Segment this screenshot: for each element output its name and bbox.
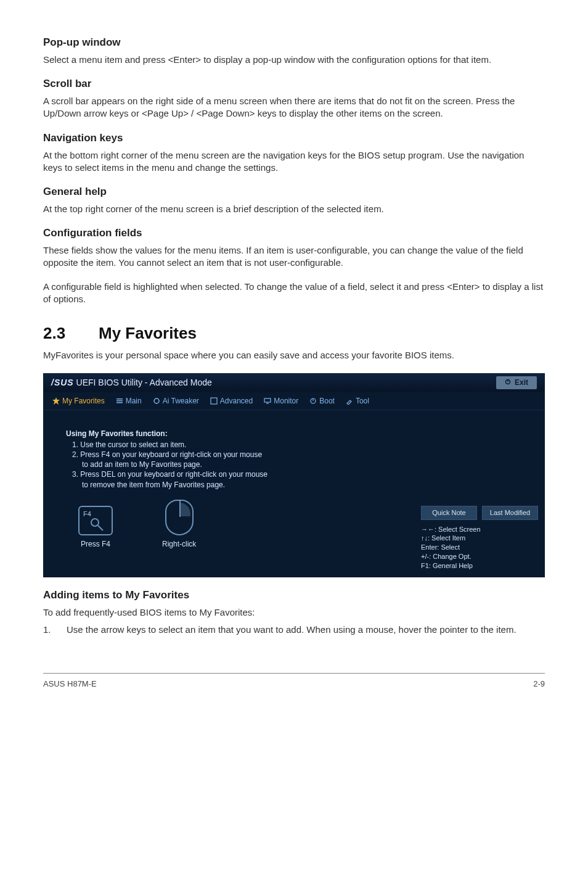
svg-rect-5 bbox=[116, 402, 123, 403]
text-navkeys: At the bottom right corner of the menu s… bbox=[43, 149, 545, 175]
bios-left-panel: Using My Favorites function: 1. Use the … bbox=[44, 410, 415, 577]
svg-rect-3 bbox=[116, 398, 123, 400]
tab-label: Advanced bbox=[220, 396, 253, 406]
tab-label: Ai Tweaker bbox=[163, 396, 199, 406]
help-item-3-line2: to remove the item from My Favorites pag… bbox=[82, 480, 402, 490]
nav-key-line: F1: General Help bbox=[421, 561, 538, 571]
text-configfields-1: These fields show the values for the men… bbox=[43, 244, 545, 270]
svg-marker-2 bbox=[52, 397, 60, 405]
help-item-2-line2: to add an item to My Favorites page. bbox=[82, 460, 402, 469]
svg-rect-8 bbox=[264, 398, 271, 402]
bios-body: Using My Favorites function: 1. Use the … bbox=[44, 410, 544, 577]
svg-point-12 bbox=[91, 519, 99, 526]
section-number: 2.3 bbox=[43, 323, 99, 344]
nav-keys-block: →←: Select Screen ↑↓: Select Item Enter:… bbox=[421, 525, 538, 571]
svg-line-13 bbox=[98, 526, 103, 530]
press-f4-label: Press F4 bbox=[78, 539, 113, 549]
nav-key-line: Enter: Select bbox=[421, 543, 538, 552]
help-list: 1. Use the cursor to select an item. 2. … bbox=[72, 440, 402, 490]
exit-button[interactable]: Exit bbox=[496, 376, 537, 389]
tweaker-icon bbox=[153, 397, 160, 405]
help-item-2: 2. Press F4 on your keyboard or right-cl… bbox=[72, 450, 402, 469]
mouse-right-button-highlight bbox=[179, 503, 190, 516]
heading-generalhelp: General help bbox=[43, 185, 545, 199]
tab-label: My Favorites bbox=[62, 396, 105, 406]
tab-label: Main bbox=[126, 396, 142, 406]
help-item-3-line1: 3. Press DEL on your keyboard or right-c… bbox=[72, 470, 267, 479]
heading-adding: Adding items to My Favorites bbox=[43, 588, 545, 603]
tab-label: Monitor bbox=[274, 396, 298, 406]
help-item-1: 1. Use the cursor to select an item. bbox=[72, 440, 402, 450]
quick-note-button[interactable]: Quick Note bbox=[421, 506, 477, 520]
exit-label: Exit bbox=[515, 377, 528, 387]
bios-title-text: UEFI BIOS Utility - Advanced Mode bbox=[76, 377, 212, 387]
tab-my-favorites[interactable]: My Favorites bbox=[52, 396, 105, 406]
nav-key-line: ↑↓: Select Item bbox=[421, 534, 538, 543]
bios-right-panel: Quick Note Last Modified →←: Select Scre… bbox=[415, 410, 544, 577]
tab-label: Boot bbox=[319, 396, 335, 406]
page-footer: ASUS H87M-E 2-9 bbox=[43, 673, 545, 690]
advanced-icon bbox=[210, 397, 218, 405]
f4-key-column: F4 Press F4 bbox=[78, 506, 113, 549]
tab-boot[interactable]: Boot bbox=[309, 396, 335, 406]
help-item-2-line1: 2. Press F4 on your keyboard or right-cl… bbox=[72, 450, 262, 459]
svg-point-6 bbox=[154, 398, 159, 403]
magnifier-icon bbox=[89, 517, 102, 529]
heading-scrollbar: Scroll bar bbox=[43, 77, 545, 91]
bios-title-left: /SUS UEFI BIOS Utility - Advanced Mode bbox=[51, 377, 212, 389]
section-title-myfavorites: 2.3My Favorites bbox=[43, 323, 545, 344]
section-name: My Favorites bbox=[99, 324, 197, 342]
bios-titlebar: /SUS UEFI BIOS Utility - Advanced Mode E… bbox=[44, 374, 544, 392]
list-icon bbox=[116, 397, 123, 405]
text-adding-intro: To add frequently-used BIOS items to My … bbox=[43, 606, 545, 619]
last-modified-button[interactable]: Last Modified bbox=[482, 506, 538, 520]
text-scrollbar: A scroll bar appears on the right side o… bbox=[43, 95, 545, 120]
tab-label: Tool bbox=[356, 396, 369, 406]
quicknote-row: Quick Note Last Modified bbox=[421, 506, 538, 520]
f4-key-icon: F4 bbox=[78, 506, 113, 535]
right-click-label: Right-click bbox=[162, 539, 196, 549]
mouse-column: Right-click bbox=[162, 500, 196, 549]
star-icon bbox=[52, 397, 60, 405]
mouse-icon bbox=[165, 500, 194, 535]
steps-list: 1. Use the arrow keys to select an item … bbox=[43, 624, 545, 636]
bios-tabs: My Favorites Main Ai Tweaker Advanced Mo… bbox=[44, 392, 544, 410]
tab-ai-tweaker[interactable]: Ai Tweaker bbox=[153, 396, 199, 406]
tab-monitor[interactable]: Monitor bbox=[264, 396, 298, 406]
tab-main[interactable]: Main bbox=[116, 396, 142, 406]
heading-navkeys: Navigation keys bbox=[43, 131, 545, 146]
power-icon bbox=[505, 377, 511, 387]
nav-key-line: +/-: Change Opt. bbox=[421, 552, 538, 561]
text-configfields-2: A configurable field is highlighted when… bbox=[43, 281, 545, 306]
help-item-3: 3. Press DEL on your keyboard or right-c… bbox=[72, 469, 402, 489]
bios-screenshot: /SUS UEFI BIOS Utility - Advanced Mode E… bbox=[43, 373, 545, 577]
tool-icon bbox=[346, 397, 353, 405]
nav-key-line: →←: Select Screen bbox=[421, 525, 538, 534]
text-generalhelp: At the top right corner of the menu scre… bbox=[43, 203, 545, 215]
asus-logo: /SUS bbox=[51, 377, 74, 387]
text-myfav-intro: MyFavorites is your personal space where… bbox=[43, 349, 545, 361]
monitor-icon bbox=[264, 397, 271, 405]
svg-rect-4 bbox=[116, 400, 123, 402]
heading-popup: Pop-up window bbox=[43, 36, 545, 50]
footer-left: ASUS H87M-E bbox=[43, 679, 97, 690]
text-popup: Select a menu item and press <Enter> to … bbox=[43, 54, 545, 66]
tab-advanced[interactable]: Advanced bbox=[210, 396, 253, 406]
help-header: Using My Favorites function: bbox=[66, 429, 402, 439]
svg-rect-7 bbox=[211, 398, 217, 404]
step-1: 1. Use the arrow keys to select an item … bbox=[43, 624, 545, 636]
footer-right: 2-9 bbox=[533, 679, 545, 690]
step-1-text: Use the arrow keys to select an item tha… bbox=[67, 624, 545, 636]
boot-icon bbox=[309, 397, 317, 405]
tab-tool[interactable]: Tool bbox=[346, 396, 369, 406]
step-1-number: 1. bbox=[43, 624, 54, 636]
bios-icons-row: F4 Press F4 Right-click bbox=[78, 500, 402, 549]
heading-configfields: Configuration fields bbox=[43, 226, 545, 241]
